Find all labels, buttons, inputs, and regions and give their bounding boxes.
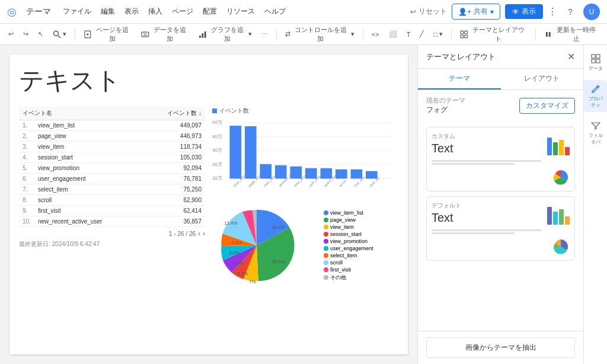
table-row: 3.view_item118,734: [19, 142, 205, 152]
app-icon: ◎: [7, 5, 17, 18]
svg-rect-33: [321, 168, 333, 179]
undo-button[interactable]: ↩: [5, 28, 17, 40]
add-control-button[interactable]: ⇄ コントロールを追加 ▾: [282, 24, 358, 45]
charts-section: イベント数 50万 40万 30万 20万 10万: [212, 107, 398, 287]
svg-rect-32: [305, 168, 317, 179]
svg-text:5.4%: 5.4%: [233, 261, 244, 266]
code-button[interactable]: <>: [368, 29, 383, 40]
svg-rect-9: [202, 33, 203, 38]
menu-view[interactable]: 表示: [124, 7, 139, 17]
report-title: テキスト: [19, 64, 398, 97]
pagination-text: 1 - 26 / 26: [169, 231, 196, 237]
shape-button[interactable]: □ ▾: [430, 28, 446, 40]
panel-close-button[interactable]: ✕: [567, 51, 575, 62]
svg-text:4.4%: 4.4%: [229, 250, 239, 256]
mini-bar2-2: [553, 212, 558, 225]
col-event-count: イベント数 ↓: [142, 107, 205, 120]
text-button[interactable]: T: [403, 29, 414, 40]
last-updated: 最終更新日: 2024/10/9 6:42:47: [19, 240, 205, 248]
line-button[interactable]: ╱: [416, 28, 427, 40]
svg-rect-59: [592, 59, 595, 63]
customize-button[interactable]: カスタマイズ: [519, 98, 575, 114]
prev-page-button[interactable]: ‹: [198, 229, 200, 238]
svg-text:20万: 20万: [212, 162, 222, 167]
theme-card-custom[interactable]: カスタム Text: [426, 127, 575, 191]
control-chevron: ▾: [351, 30, 354, 38]
panel-title: テーマとレイアウト: [426, 52, 496, 62]
menu-insert[interactable]: 挿入: [148, 7, 162, 17]
svg-text:26.3%: 26.3%: [271, 259, 285, 264]
svg-rect-12: [465, 31, 468, 34]
col-event-name: イベント名: [19, 107, 142, 120]
svg-rect-30: [275, 165, 287, 179]
view-button[interactable]: 👁 表示: [505, 4, 543, 19]
theme-lines-default: [432, 229, 570, 234]
svg-rect-15: [546, 32, 548, 37]
extract-btn-row: 画像からテーマを抽出: [418, 331, 583, 364]
table-row: 9.first_visit62,414: [19, 206, 205, 216]
pie-chart-section: 26.4% 26.3% 12.4% 4.5% 4.4% 5.4% 6.2% 7%…: [212, 204, 398, 287]
add-graph-label: グラフを追加: [209, 25, 247, 43]
report-grid: イベント名 イベント数 ↓ 1.view_item_list449,0972.p…: [19, 107, 398, 287]
table-row: 7.select_item75,250: [19, 184, 205, 195]
menu-file[interactable]: ファイル: [63, 7, 91, 17]
bar-legend-dot: [212, 108, 217, 113]
embed-button[interactable]: ⬜: [385, 28, 401, 40]
redo-button[interactable]: ↪: [20, 28, 32, 40]
svg-rect-27: [229, 126, 241, 178]
bar-chart-section: イベント数 50万 40万 30万 20万 10万: [212, 107, 398, 199]
mini-bar2-1: [547, 207, 552, 225]
top-right-actions: ↩ リセット 👤+ 共有 ▾ 👁 表示 ⋮ ? U: [410, 4, 600, 20]
svg-rect-60: [596, 59, 600, 63]
properties-panel-button[interactable]: プロパティ: [584, 80, 607, 112]
canvas-area: テキスト イベント名 イベント数 ↓ 1.view_item_list449,0…: [0, 45, 417, 364]
mini-bars-custom: [547, 138, 570, 155]
current-theme-name: フォグ: [426, 105, 465, 115]
svg-rect-58: [596, 55, 600, 58]
mini-bar2-4: [565, 216, 570, 225]
extract-theme-button[interactable]: 画像からテーマを抽出: [426, 337, 575, 358]
zoom-tool[interactable]: ▾: [49, 28, 70, 40]
tab-theme[interactable]: テーマ: [418, 69, 501, 90]
menu-edit[interactable]: 編集: [101, 7, 115, 17]
menu-resource[interactable]: リソース: [226, 7, 255, 17]
cursor-tool[interactable]: ↖: [34, 28, 47, 40]
add-data-button[interactable]: データを追加: [138, 24, 193, 45]
add-page-button[interactable]: ページを追加: [80, 24, 135, 45]
tab-layout[interactable]: レイアウト: [501, 69, 584, 90]
data-label: データ: [589, 65, 603, 72]
filter-label: フィルタパ: [587, 132, 603, 145]
menu-help[interactable]: ヘルプ: [264, 7, 286, 17]
table-row: 8.scroll62,900: [19, 195, 205, 206]
svg-text:6.2%: 6.2%: [237, 271, 248, 276]
menu-arrange[interactable]: 配置: [203, 7, 217, 17]
svg-text:scroll: scroll: [338, 179, 347, 187]
eye-icon: 👁: [512, 8, 519, 16]
right-panel: テーマとレイアウト ✕ テーマ レイアウト 現在のテーマ フォグ カスタマイズ …: [417, 45, 583, 364]
table-row: 2.page_view446,973: [19, 131, 205, 142]
theme-card-default[interactable]: デフォルト Text: [426, 196, 575, 261]
reset-button[interactable]: ↩ リセット: [410, 7, 447, 17]
help-button[interactable]: ?: [562, 4, 579, 20]
user-avatar[interactable]: U: [583, 4, 600, 20]
data-panel-button[interactable]: データ: [585, 50, 606, 75]
svg-rect-11: [461, 31, 464, 34]
control-icon: ⇄: [285, 30, 290, 38]
dots-tool[interactable]: ⋯: [258, 28, 271, 40]
share-button[interactable]: 👤+ 共有 ▾: [452, 4, 500, 20]
more-options-button[interactable]: ⋮: [548, 6, 557, 17]
panel-tabs: テーマ レイアウト: [418, 69, 583, 90]
menu-page[interactable]: ページ: [172, 7, 193, 17]
table-row: 6.user_engagement76,781: [19, 174, 205, 184]
theme-card-custom-top: カスタム Text: [432, 132, 570, 155]
theme-layout-label: テーマとレイアウト: [470, 25, 528, 43]
theme-card-bottom-custom: [432, 168, 570, 186]
app-title: テーマ: [26, 7, 51, 17]
shape-chevron: ▾: [439, 30, 443, 38]
add-graph-button[interactable]: グラフを追加 ▾: [195, 24, 255, 45]
theme-layout-button[interactable]: テーマとレイアウト: [456, 24, 531, 45]
next-page-button[interactable]: ›: [203, 229, 205, 238]
pause-updates-button[interactable]: 更新を一時停止: [541, 24, 602, 45]
svg-text:10万: 10万: [212, 175, 222, 181]
filter-panel-button[interactable]: フィルタパ: [584, 117, 607, 149]
